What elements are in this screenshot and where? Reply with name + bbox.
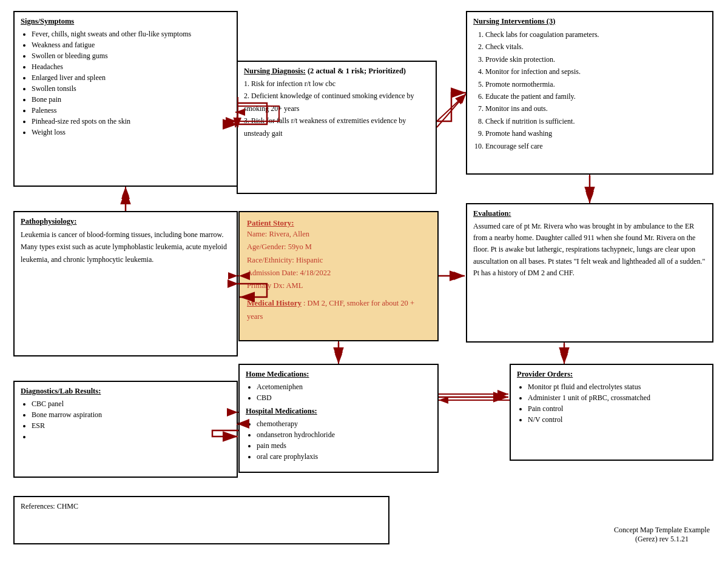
nursing-interventions-box: Nursing Interventions (3) Check labs for… bbox=[466, 11, 713, 175]
list-item: Swollen or bleeding gums bbox=[32, 50, 231, 61]
list-item: Check labs for coagulation parameters. bbox=[485, 28, 706, 41]
list-item: CBC panel bbox=[32, 398, 231, 409]
patient-admission: Admission Date: 4/18/2022 bbox=[247, 267, 430, 279]
diagnostics-title: Diagnostics/Lab Results: bbox=[21, 387, 231, 396]
list-item: pain meds bbox=[257, 440, 431, 451]
list-item: ondansetron hydrochloride bbox=[257, 429, 431, 440]
list-item: Encourage self care bbox=[485, 140, 706, 152]
list-item: Weight loss bbox=[32, 127, 231, 138]
patient-story-fields: Name: Rivera, Allen Age/Gender: 59yo M R… bbox=[247, 228, 430, 292]
list-item: 1. Risk for infection r/t low cbc bbox=[244, 78, 430, 90]
home-medications-title: Home Medications: bbox=[246, 370, 431, 379]
list-item: N/V control bbox=[528, 414, 706, 425]
nursing-interventions-list: Check labs for coagulation parameters. C… bbox=[473, 28, 706, 152]
list-item: Administer 1 unit of pRBC, crossmatched bbox=[528, 392, 706, 403]
patient-story-box: Patient Story: Name: Rivera, Allen Age/G… bbox=[238, 211, 439, 341]
evaluation-title: Evaluation: bbox=[473, 209, 706, 218]
provider-orders-box: Provider Orders: Monitor pt fluid and el… bbox=[510, 364, 713, 461]
pathophysiology-title: Pathophysiology: bbox=[21, 217, 231, 226]
nursing-diagnosis-title: Nursing Diagnosis: (2 actual & 1 risk; P… bbox=[244, 67, 430, 76]
patient-age-gender: Age/Gender: 59yo M bbox=[247, 241, 430, 253]
diagnostics-box: Diagnostics/Lab Results: CBC panel Bone … bbox=[13, 381, 238, 478]
list-item: CBD bbox=[257, 392, 431, 403]
list-item: Provide skin protection. bbox=[485, 53, 706, 65]
list-item: oral care prophylaxis bbox=[257, 451, 431, 462]
list-item: Paleness bbox=[32, 105, 231, 116]
list-item: Monitor for infection and sepsis. bbox=[485, 65, 706, 78]
home-medications-box: Home Medications: Acetomeniphen CBD Hosp… bbox=[238, 364, 439, 473]
patient-story-title: Patient Story: bbox=[247, 218, 430, 228]
list-item: Weakness and fatigue bbox=[32, 39, 231, 50]
footer-text: Concept Map Template Example(Gerez) rev … bbox=[614, 526, 710, 544]
pathophysiology-box: Pathophysiology: Leukemia is cancer of b… bbox=[13, 211, 238, 356]
list-item: Bone pain bbox=[32, 94, 231, 105]
nursing-diagnosis-items: 1. Risk for infection r/t low cbc 2. Def… bbox=[244, 78, 430, 139]
patient-med-history: Medical History : DM 2, CHF, smoker for … bbox=[247, 297, 430, 323]
provider-orders-title: Provider Orders: bbox=[517, 370, 706, 379]
list-item: Fever, chills, night sweats and other fl… bbox=[32, 28, 231, 39]
med-history-title: Medical History bbox=[247, 298, 302, 307]
list-item: Pain control bbox=[528, 403, 706, 414]
list-item: chemotherapy bbox=[257, 418, 431, 429]
list-item: Swollen tonsils bbox=[32, 83, 231, 94]
references-text: References: CHMC bbox=[21, 502, 382, 511]
patient-race: Race/Ethnicity: Hispanic bbox=[247, 254, 430, 267]
patient-dx: Primary Dx: AML bbox=[247, 279, 430, 292]
nursing-interventions-title: Nursing Interventions (3) bbox=[473, 17, 706, 26]
diagnostics-list: CBC panel Bone marrow aspiration ESR bbox=[21, 398, 231, 442]
list-item: ESR bbox=[32, 420, 231, 431]
list-item bbox=[32, 431, 231, 442]
provider-orders-list: Monitor pt fluid and electrolytes status… bbox=[517, 381, 706, 425]
nursing-diagnosis-box: Nursing Diagnosis: (2 actual & 1 risk; P… bbox=[237, 61, 437, 194]
list-item: 3. Risk for falls r/t weakness of extrem… bbox=[244, 115, 430, 139]
hospital-medications-title: Hospital Medications: bbox=[246, 407, 431, 416]
list-item: Acetomeniphen bbox=[257, 381, 431, 392]
list-item: 2. Deficient knowledge of continued smok… bbox=[244, 90, 430, 115]
list-item: Headaches bbox=[32, 61, 231, 72]
list-item: Check vitals. bbox=[485, 41, 706, 53]
evaluation-box: Evaluation: Assumed care of pt Mr. River… bbox=[466, 203, 713, 343]
list-item: Monitor ins and outs. bbox=[485, 102, 706, 115]
home-medications-list: Acetomeniphen CBD bbox=[246, 381, 431, 403]
pathophysiology-text: Leukemia is cancer of blood-forming tiss… bbox=[21, 229, 231, 266]
list-item: Check if nutrition is sufficient. bbox=[485, 115, 706, 127]
signs-symptoms-title: Signs/Symptoms bbox=[21, 17, 231, 26]
patient-name: Name: Rivera, Allen bbox=[247, 228, 430, 241]
list-item: Pinhead-size red spots on the skin bbox=[32, 116, 231, 127]
list-item: Promote hand washing bbox=[485, 127, 706, 139]
evaluation-text: Assumed care of pt Mr. Rivera who was br… bbox=[473, 221, 706, 279]
signs-symptoms-list: Fever, chills, night sweats and other fl… bbox=[21, 28, 231, 138]
list-item: Monitor pt fluid and electrolytes status bbox=[528, 381, 706, 392]
list-item: Promote normothermia. bbox=[485, 78, 706, 90]
references-box: References: CHMC bbox=[13, 496, 389, 544]
signs-symptoms-box: Signs/Symptoms Fever, chills, night swea… bbox=[13, 11, 238, 187]
hospital-medications-list: chemotherapy ondansetron hydrochloride p… bbox=[246, 418, 431, 462]
list-item: Enlarged liver and spleen bbox=[32, 72, 231, 83]
list-item: Bone marrow aspiration bbox=[32, 409, 231, 420]
list-item: Educate the patient and family. bbox=[485, 90, 706, 102]
